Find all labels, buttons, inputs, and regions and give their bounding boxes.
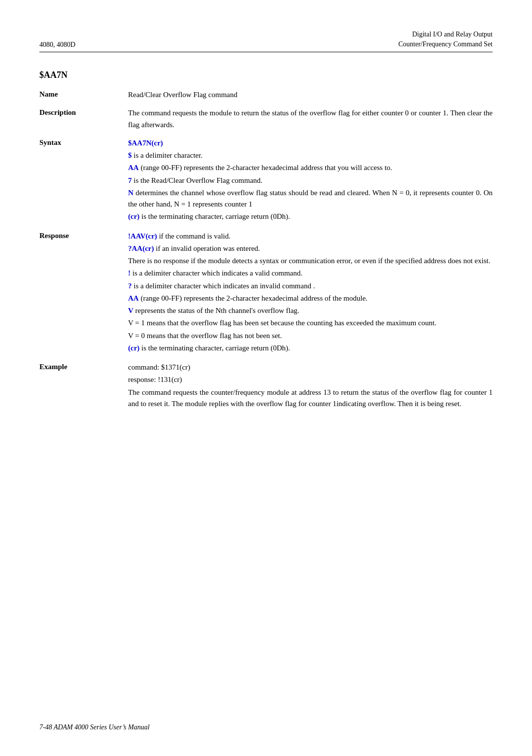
footer: 7-48 ADAM 4000 Series User’s Manual: [39, 723, 150, 731]
syntax-row: Syntax $AA7N(cr) $ is a delimiter charac…: [39, 137, 493, 231]
description-value: The command requests the module to retur…: [128, 107, 493, 137]
syntax-label: Syntax: [39, 137, 128, 231]
command-title: $AA7N: [39, 70, 493, 80]
syntax-aa: AA: [128, 164, 139, 172]
header-right-line2: Counter/Frequency Command Set: [399, 39, 493, 49]
response-line9: V = 0 means that the overflow flag has n…: [128, 330, 493, 342]
syntax-n: N: [128, 189, 133, 197]
response-v: V: [128, 307, 133, 314]
syntax-content: $AA7N(cr) $ is a delimiter character. AA…: [128, 137, 493, 231]
response-row: Response !AAV(cr) if the command is vali…: [39, 231, 493, 362]
response-line7: V represents the status of the Nth chann…: [128, 305, 493, 316]
name-value: Read/Clear Overflow Flag command: [128, 89, 493, 107]
example-description: The command requests the counter/frequen…: [128, 387, 493, 410]
header-right: Digital I/O and Relay Output Counter/Fre…: [399, 30, 493, 49]
response-valid: !AAV(cr): [128, 232, 157, 240]
response-line2: ?AA(cr) if an invalid operation was ente…: [128, 243, 493, 254]
example-row: Example command: $1371(cr) response: !13…: [39, 362, 493, 417]
content-table: Name Read/Clear Overflow Flag command De…: [39, 89, 493, 417]
response-exclaim: !: [128, 269, 131, 277]
syntax-command: $AA7N(cr): [128, 139, 163, 147]
example-label: Example: [39, 362, 128, 417]
response-content: !AAV(cr) if the command is valid. ?AA(cr…: [128, 231, 493, 362]
page: 4080, 4080D Digital I/O and Relay Output…: [0, 0, 532, 756]
response-line8: V = 1 means that the overflow flag has b…: [128, 317, 493, 329]
syntax-7: 7: [128, 176, 132, 184]
response-label: Response: [39, 231, 128, 362]
name-label: Name: [39, 89, 128, 107]
response-line1: !AAV(cr) if the command is valid.: [128, 231, 493, 242]
syntax-line1: $AA7N(cr): [128, 137, 493, 149]
header-left: 4080, 4080D: [39, 41, 75, 49]
response-line6: AA (range 00-FF) represents the 2-charac…: [128, 293, 493, 304]
header-right-line1: Digital I/O and Relay Output: [399, 30, 493, 39]
page-header: 4080, 4080D Digital I/O and Relay Output…: [39, 30, 493, 52]
example-command: command: $1371(cr): [128, 362, 493, 373]
example-response: response: !131(cr): [128, 374, 493, 385]
response-cr: (cr): [128, 344, 139, 352]
example-content: command: $1371(cr) response: !131(cr) Th…: [128, 362, 493, 417]
syntax-line4: 7 is the Read/Clear Overflow Flag comman…: [128, 175, 493, 186]
response-line3: There is no response if the module detec…: [128, 255, 493, 267]
response-invalid: ?AA(cr): [128, 244, 154, 252]
syntax-dollar: $: [128, 151, 132, 159]
syntax-line6: (cr) is the terminating character, carri…: [128, 211, 493, 222]
syntax-line3: AA (range 00-FF) represents the 2-charac…: [128, 162, 493, 173]
response-question: ?: [128, 282, 132, 290]
response-line10: (cr) is the terminating character, carri…: [128, 343, 493, 354]
response-line5: ? is a delimiter character which indicat…: [128, 280, 493, 292]
description-row: Description The command requests the mod…: [39, 107, 493, 137]
response-aa2: AA: [128, 294, 139, 302]
syntax-line5: N determines the channel whose overflow …: [128, 187, 493, 210]
syntax-line2: $ is a delimiter character.: [128, 150, 493, 161]
name-row: Name Read/Clear Overflow Flag command: [39, 89, 493, 107]
description-label: Description: [39, 107, 128, 137]
response-line4: ! is a delimiter character which indicat…: [128, 268, 493, 279]
syntax-cr: (cr): [128, 212, 139, 220]
